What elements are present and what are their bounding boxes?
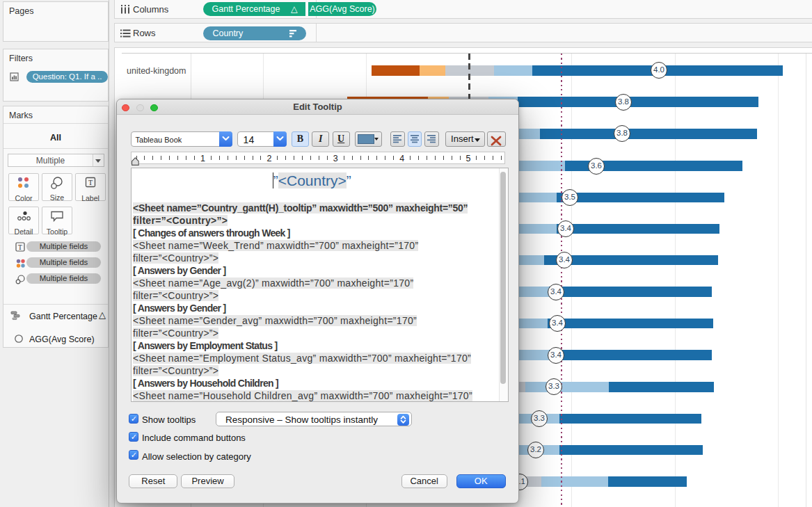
svg-text:T: T: [88, 178, 93, 186]
svg-text:T: T: [18, 244, 22, 251]
